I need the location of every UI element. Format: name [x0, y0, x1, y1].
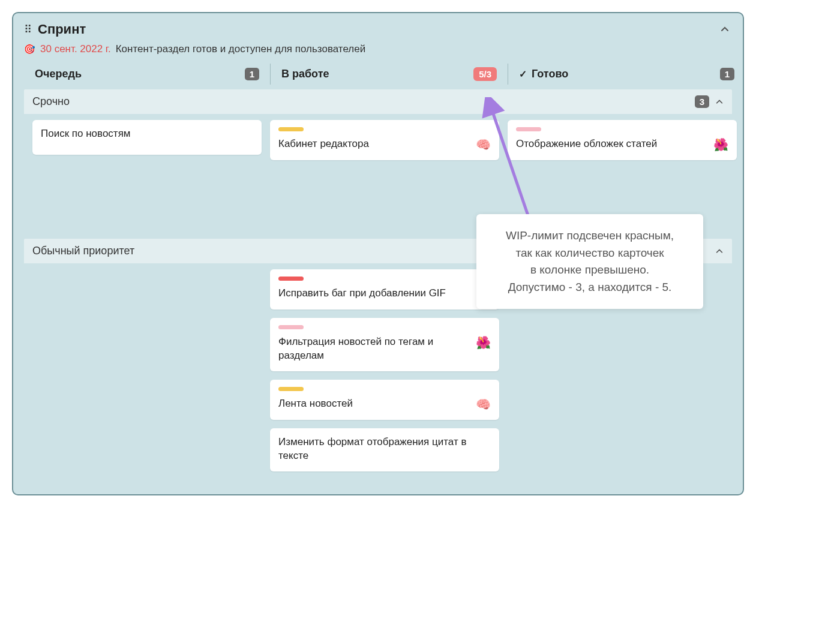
- chevron-up-icon: [715, 247, 724, 256]
- card-tag: [278, 387, 304, 391]
- card-text: Поиск по новостям: [41, 127, 253, 141]
- callout-line: WIP-лимит подсвечен красным,: [491, 227, 689, 245]
- card-text: Отображение обложек статей: [516, 137, 713, 151]
- card-text: Фильтрация новостей по тегам и разделам: [278, 335, 476, 363]
- annotation-callout: WIP-лимит подсвечен красным, так как кол…: [476, 214, 703, 309]
- card-tag: [278, 127, 304, 131]
- column-cell: Отображение обложек статей🌺: [508, 120, 737, 228]
- column-count-badge: 1: [720, 68, 734, 80]
- column-header-inprogress[interactable]: В работе 5/3: [270, 64, 499, 85]
- column-title: Очередь: [35, 68, 82, 80]
- task-card[interactable]: Отображение обложек статей🌺: [508, 120, 737, 160]
- column-count-badge: 1: [245, 68, 259, 80]
- card-text: Изменить формат отображения цитат в текс…: [278, 435, 491, 463]
- swimlane-header[interactable]: Срочно 3: [24, 89, 732, 114]
- goal-date: 30 сент. 2022 г.: [40, 43, 111, 55]
- card-emoji-icon: 🌺: [713, 137, 728, 152]
- target-icon: 🎯: [24, 44, 35, 55]
- task-card[interactable]: Фильтрация новостей по тегам и разделам🌺: [270, 318, 499, 371]
- check-icon: ✓: [519, 68, 527, 80]
- task-card[interactable]: Кабинет редактора🧠: [270, 120, 499, 160]
- callout-line: так как количество карточек: [491, 245, 689, 262]
- column-cell: [32, 269, 262, 471]
- chevron-up-icon: [720, 25, 730, 34]
- column-title: Готово: [532, 68, 568, 80]
- board-title: Спринт: [38, 22, 718, 37]
- card-emoji-icon: 🧠: [476, 397, 491, 411]
- column-header-queue[interactable]: Очередь 1: [32, 64, 262, 85]
- goal-row: 🎯 30 сент. 2022 г. Контент-раздел готов …: [13, 41, 743, 64]
- swimlane-title: Срочно: [32, 95, 70, 108]
- card-tag: [278, 277, 304, 281]
- column-cell: Поиск по новостям: [32, 120, 262, 228]
- card-tag: [278, 325, 304, 329]
- card-text: Исправить баг при добавлении GIF: [278, 287, 476, 301]
- sprint-board: ⠿ Спринт 🎯 30 сент. 2022 г. Контент-разд…: [12, 12, 744, 495]
- callout-line: в колонке превышено.: [491, 262, 689, 279]
- task-card[interactable]: Изменить формат отображения цитат в текс…: [270, 428, 499, 471]
- column-cell: Исправить баг при добавлении GIF💣Фильтра…: [270, 269, 499, 471]
- columns-header: Очередь 1 В работе 5/3 ✓ Готово 1: [13, 64, 743, 89]
- column-cell: Кабинет редактора🧠: [270, 120, 499, 228]
- card-emoji-icon: 🌺: [476, 335, 491, 350]
- task-card[interactable]: Поиск по новостям: [32, 120, 262, 155]
- goal-text: Контент-раздел готов и доступен для поль…: [116, 43, 365, 55]
- column-header-done[interactable]: ✓ Готово 1: [508, 64, 737, 85]
- callout-line: Допустимо - 3, а находится - 5.: [491, 279, 689, 296]
- card-tag: [516, 127, 541, 131]
- wip-limit-badge: 5/3: [473, 67, 497, 81]
- card-text: Кабинет редактора: [278, 137, 476, 151]
- drag-handle-icon[interactable]: ⠿: [24, 23, 32, 36]
- task-card[interactable]: Лента новостей🧠: [270, 380, 499, 420]
- board-header: ⠿ Спринт: [13, 13, 743, 41]
- task-card[interactable]: Исправить баг при добавлении GIF💣: [270, 269, 499, 310]
- card-emoji-icon: 🧠: [476, 137, 491, 152]
- chevron-up-icon: [715, 98, 724, 106]
- swimlane-count-badge: 3: [695, 95, 709, 108]
- card-text: Лента новостей: [278, 397, 476, 411]
- collapse-board-button[interactable]: [718, 22, 732, 37]
- column-title: В работе: [281, 68, 329, 80]
- swimlane-title: Обычный приоритет: [32, 245, 134, 257]
